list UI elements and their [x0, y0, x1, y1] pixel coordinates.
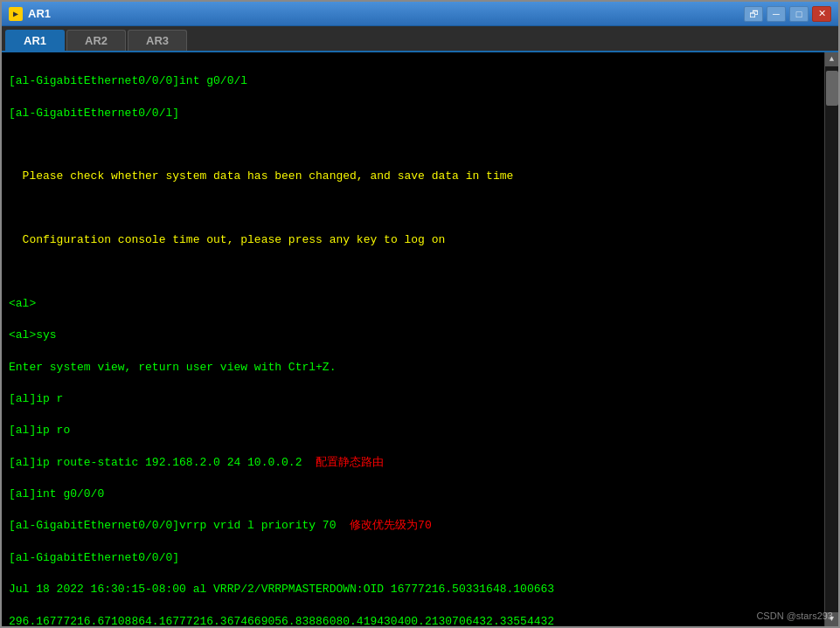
terminal-line: [al-GigabitEthernet0/0/0] — [9, 550, 817, 566]
terminal-line: <al>sys — [9, 328, 817, 343]
minimize-icon: ─ — [773, 9, 780, 19]
app-icon: ▶ — [9, 7, 23, 21]
close-button[interactable]: ✕ — [812, 6, 831, 22]
terminal-line-static-route: [al]ip route-static 192.168.2.0 24 10.0.… — [9, 455, 817, 471]
terminal-output[interactable]: [al-GigabitEthernet0/0/0]int g0/0/l [al-… — [2, 52, 824, 626]
terminal-area: [al-GigabitEthernet0/0/0]int g0/0/l [al-… — [2, 52, 838, 626]
terminal-line: Jul 18 2022 16:30:15-08:00 al VRRP/2/VRR… — [9, 582, 817, 597]
terminal-line — [9, 201, 817, 217]
tab-bar: AR1 AR2 AR3 — [2, 26, 838, 52]
minimize-button[interactable]: ─ — [767, 6, 786, 22]
tab-ar1[interactable]: AR1 — [5, 30, 65, 51]
scrollbar[interactable]: ▲ ▼ — [824, 52, 838, 626]
terminal-line: 296.16777216.67108864.16777216.367466905… — [9, 614, 817, 626]
window-controls: 🗗 ─ □ ✕ — [744, 6, 831, 22]
terminal-line-check1: Please check whether system data has bee… — [9, 169, 817, 184]
terminal-line: Enter system view, return user view with… — [9, 360, 817, 376]
terminal-line-priority: [al-GigabitEthernet0/0/0]vrrp vrid l pri… — [9, 518, 817, 534]
maximize-icon: □ — [796, 9, 802, 19]
annotation-static-route: 配置静态路由 — [316, 456, 384, 469]
window-title: AR1 — [28, 7, 744, 20]
tab-ar3[interactable]: AR3 — [128, 30, 187, 51]
title-bar: ▶ AR1 🗗 ─ □ ✕ — [2, 2, 838, 26]
close-icon: ✕ — [818, 8, 826, 19]
tab-ar2[interactable]: AR2 — [66, 30, 126, 51]
restore-icon: 🗗 — [749, 9, 759, 19]
restore-button[interactable]: 🗗 — [744, 6, 763, 22]
app-icon-text: ▶ — [13, 9, 18, 19]
scroll-track[interactable] — [825, 66, 838, 612]
terminal-line: [al]ip ro — [9, 423, 817, 438]
terminal-line: [al-GigabitEthernet0/0/0]int g0/0/l — [9, 73, 817, 89]
terminal-line: [al]int g0/0/0 — [9, 487, 817, 502]
annotation-priority: 修改优先级为70 — [350, 519, 432, 532]
watermark: CSDN @stars293 — [756, 611, 833, 621]
scroll-up-button[interactable]: ▲ — [825, 52, 839, 66]
scroll-thumb[interactable] — [826, 71, 838, 106]
main-window: ▶ AR1 🗗 ─ □ ✕ AR1 AR2 AR3 [al-GigabitEth… — [0, 0, 840, 628]
terminal-line: [al-GigabitEthernet0/0/l] — [9, 106, 817, 121]
terminal-line: [al]ip r — [9, 391, 817, 407]
maximize-button[interactable]: □ — [789, 6, 809, 22]
terminal-line — [9, 264, 817, 279]
terminal-line: <al> — [9, 296, 817, 312]
terminal-line — [9, 137, 817, 153]
terminal-line-config1: Configuration console time out, please p… — [9, 232, 817, 248]
